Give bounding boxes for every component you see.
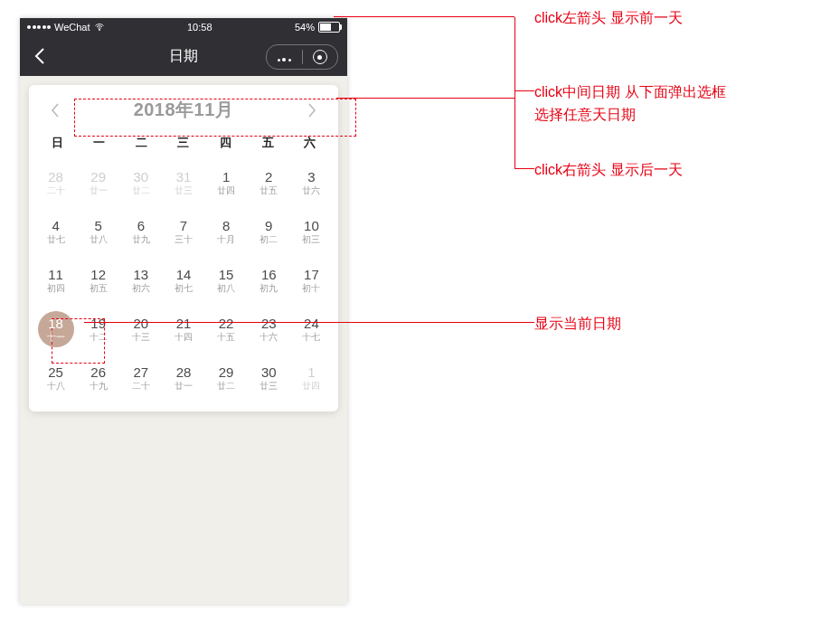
day-lunar: 十四 <box>175 333 193 342</box>
day-cell[interactable]: 19十二 <box>77 305 119 354</box>
day-lunar: 初四 <box>47 284 65 293</box>
day-lunar: 廿二 <box>132 186 150 195</box>
day-lunar: 十五 <box>217 333 235 342</box>
day-cell[interactable]: 21十四 <box>162 305 204 354</box>
day-number: 9 <box>265 219 272 232</box>
day-cell[interactable]: 12初五 <box>77 256 119 305</box>
day-cell[interactable]: 20十三 <box>119 305 162 354</box>
day-number: 1 <box>222 170 230 184</box>
day-number: 7 <box>180 219 187 232</box>
day-cell[interactable]: 30廿二 <box>119 158 162 207</box>
day-number: 2 <box>265 170 272 184</box>
day-cell[interactable]: 6廿九 <box>119 207 162 256</box>
day-cell[interactable]: 29廿一 <box>77 158 119 207</box>
clock-label: 10:58 <box>187 22 212 33</box>
day-cell[interactable]: 5廿八 <box>77 207 119 256</box>
back-button[interactable] <box>20 36 60 76</box>
target-icon <box>313 50 327 64</box>
calendar-row: 25十八26十九27二十28廿一29廿二30廿三1廿四 <box>34 354 333 402</box>
day-cell[interactable]: 8十月 <box>205 207 248 256</box>
day-cell[interactable]: 29廿二 <box>205 354 248 402</box>
day-number: 30 <box>134 170 149 184</box>
day-number: 10 <box>304 219 319 232</box>
capsule-menu-button[interactable] <box>267 45 302 69</box>
day-cell[interactable]: 2廿五 <box>248 158 290 207</box>
calendar-row: 28二十29廿一30廿二31廿三1廿四2廿五3廿六 <box>34 158 333 207</box>
calendar-row: 11初四12初五13初六14初七15初八16初九17初十 <box>34 256 333 305</box>
day-number: 28 <box>176 365 192 379</box>
day-lunar: 初九 <box>260 284 278 293</box>
battery-icon <box>318 22 340 33</box>
weekday-row: 日 一 二 三 四 五 六 <box>29 131 338 158</box>
day-cell[interactable]: 15初八 <box>205 256 248 305</box>
day-lunar: 十六 <box>260 333 278 342</box>
day-cell[interactable]: 10初三 <box>290 207 333 256</box>
day-number: 25 <box>48 365 63 379</box>
day-lunar: 廿九 <box>132 235 150 244</box>
day-lunar: 初十 <box>302 284 320 293</box>
day-cell[interactable]: 27二十 <box>119 354 162 402</box>
signal-dots-icon <box>27 25 51 29</box>
day-lunar: 二十 <box>132 382 150 391</box>
day-number: 19 <box>90 317 106 330</box>
day-cell[interactable]: 9初二 <box>248 207 290 256</box>
ellipsis-icon <box>276 49 292 65</box>
day-cell[interactable]: 28廿一 <box>162 354 204 402</box>
weekday-label: 四 <box>204 135 247 151</box>
day-number: 15 <box>219 268 234 281</box>
day-number: 18 <box>48 317 63 330</box>
month-header: 2018年11月 <box>29 85 338 131</box>
day-number: 11 <box>48 268 63 281</box>
day-number: 22 <box>219 317 234 330</box>
annotation <box>334 16 514 17</box>
calendar-row: 4廿七5廿八6廿九7三十8十月9初二10初三 <box>34 207 333 256</box>
day-cell[interactable]: 28二十 <box>34 158 77 207</box>
mini-program-capsule <box>266 44 338 70</box>
day-cell[interactable]: 3廿六 <box>290 158 333 207</box>
month-title-button[interactable]: 2018年11月 <box>134 98 234 122</box>
day-cell[interactable]: 26十九 <box>77 354 119 402</box>
day-number: 3 <box>307 170 315 184</box>
day-cell[interactable]: 24十七 <box>290 305 333 354</box>
day-cell[interactable]: 4廿七 <box>34 207 77 256</box>
day-cell[interactable]: 11初四 <box>34 256 77 305</box>
day-cell[interactable]: 14初七 <box>162 256 204 305</box>
day-number: 29 <box>90 170 106 184</box>
prev-month-button[interactable] <box>45 100 65 120</box>
day-cell[interactable]: 16初九 <box>248 256 290 305</box>
day-number: 6 <box>137 219 145 232</box>
day-lunar: 廿一 <box>90 186 108 195</box>
day-number: 20 <box>134 317 149 330</box>
day-cell[interactable]: 25十八 <box>34 354 77 402</box>
annotation-label: click右箭头 显示后一天 <box>534 161 683 180</box>
day-lunar: 廿八 <box>90 235 108 244</box>
status-bar: WeChat 10:58 54% <box>20 18 347 36</box>
day-lunar: 二十 <box>47 186 65 195</box>
day-lunar: 廿六 <box>302 186 320 195</box>
capsule-close-button[interactable] <box>303 45 338 69</box>
day-cell[interactable]: 31廿三 <box>162 158 204 207</box>
day-number: 24 <box>304 317 319 330</box>
day-number: 14 <box>176 268 192 281</box>
day-cell[interactable]: 1廿四 <box>205 158 248 207</box>
day-number: 17 <box>304 268 319 281</box>
day-cell[interactable]: 1廿四 <box>290 354 333 402</box>
day-cell[interactable]: 13初六 <box>119 256 162 305</box>
day-lunar: 廿一 <box>175 382 193 391</box>
day-cell[interactable]: 23十六 <box>248 305 290 354</box>
next-month-button[interactable] <box>302 100 322 120</box>
day-cell[interactable]: 17初十 <box>290 256 333 305</box>
day-number: 30 <box>261 365 277 379</box>
day-cell-today[interactable]: 18十一 <box>34 305 77 354</box>
day-cell[interactable]: 22十五 <box>205 305 248 354</box>
page-body: 2018年11月 日 一 二 三 四 五 六 28二十29廿一30廿二31廿三1… <box>20 76 347 421</box>
day-lunar: 十二 <box>90 333 108 342</box>
day-lunar: 初八 <box>217 284 235 293</box>
day-lunar: 廿七 <box>47 235 65 244</box>
annotation-label: click左箭头 显示前一天 <box>534 9 683 28</box>
day-cell[interactable]: 30廿三 <box>248 354 290 402</box>
day-lunar: 初二 <box>260 235 278 244</box>
day-lunar: 三十 <box>175 235 193 244</box>
day-cell[interactable]: 7三十 <box>162 207 204 256</box>
weekday-label: 二 <box>120 135 163 151</box>
